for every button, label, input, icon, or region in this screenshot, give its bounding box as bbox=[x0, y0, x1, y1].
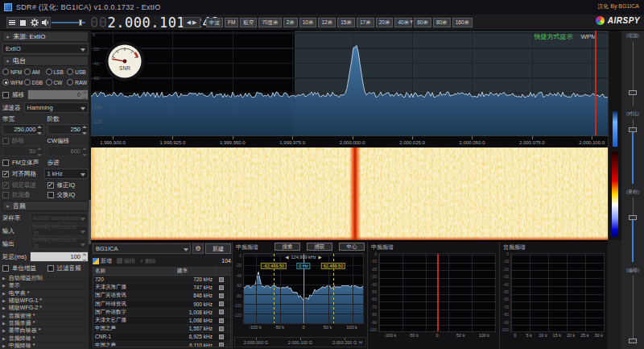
profile-select[interactable]: BG1ICA bbox=[93, 243, 191, 254]
station-row[interactable]: 天津文艺广播1,098 kHz bbox=[93, 317, 230, 325]
slider-track[interactable] bbox=[633, 41, 634, 106]
mode-option-cw[interactable]: CW bbox=[46, 78, 68, 86]
shift-checkbox[interactable] bbox=[2, 92, 9, 98]
latency-input[interactable]: 100 bbox=[30, 251, 89, 262]
if-zoom-button[interactable]: 搜索 bbox=[275, 243, 300, 251]
radio-section-header[interactable]: ▼电台 bbox=[2, 56, 89, 66]
settings-button[interactable] bbox=[29, 17, 39, 28]
audio-spectrum-plot[interactable] bbox=[510, 253, 605, 332]
delete-button[interactable]: ×删除 bbox=[140, 257, 156, 265]
anti-alias-checkbox[interactable] bbox=[2, 192, 9, 198]
stop-button[interactable] bbox=[18, 17, 28, 28]
volume-slider[interactable] bbox=[52, 22, 85, 23]
mode-option-raw[interactable]: RAW bbox=[67, 78, 89, 86]
band-button[interactable]: 60米 bbox=[414, 18, 431, 27]
band-overflow-arrow[interactable]: ▼ bbox=[409, 19, 414, 24]
step-select[interactable]: 1 kHz bbox=[44, 168, 89, 179]
correct-iq-checkbox[interactable] bbox=[47, 182, 54, 189]
station-checkbox[interactable] bbox=[219, 310, 224, 314]
band-button[interactable]: 20米 bbox=[376, 18, 394, 27]
band-button[interactable]: 2米 bbox=[283, 18, 298, 27]
if-zoom-button[interactable]: 中心 bbox=[339, 243, 365, 251]
audio-section-header[interactable]: ▼音频 bbox=[2, 201, 89, 211]
band-button[interactable]: 航空 bbox=[240, 18, 257, 27]
bandwidth-input[interactable]: 250,000 bbox=[2, 124, 44, 135]
frequency-axis[interactable]: 1,999,900.01,999,925.01,999,950.01,999,9… bbox=[91, 135, 608, 147]
new-entry-button[interactable]: 新建 bbox=[205, 243, 231, 254]
band-button[interactable]: 12米 bbox=[318, 18, 336, 27]
band-button[interactable]: 15米 bbox=[337, 18, 355, 27]
mode-option-nfm[interactable]: NFM bbox=[2, 68, 24, 76]
band-button[interactable]: 70厘米 bbox=[258, 18, 281, 27]
snap-checkbox[interactable] bbox=[2, 171, 9, 177]
station-row[interactable]: 天津滨海广播747 kHz bbox=[93, 284, 230, 292]
band-button[interactable]: 中波 bbox=[206, 18, 223, 27]
if-zoom-button[interactable]: 捕获 bbox=[307, 243, 332, 251]
volume-slider-handle[interactable] bbox=[79, 19, 82, 26]
station-row[interactable]: 中国之声6,110 kHz bbox=[93, 342, 230, 348]
band-button[interactable]: FM bbox=[225, 18, 238, 27]
filter-select[interactable]: Hamming bbox=[24, 102, 89, 113]
waterfall-display[interactable] bbox=[91, 147, 608, 240]
spinner-arrows-icon[interactable] bbox=[81, 253, 87, 262]
add-button[interactable]: 新增 bbox=[93, 257, 112, 265]
tuning-frequency-line[interactable] bbox=[595, 31, 597, 135]
source-section-header[interactable]: ▼来源: ExtIO bbox=[2, 31, 89, 42]
edit-button[interactable]: 编辑 bbox=[117, 257, 135, 265]
mode-option-am[interactable]: AM bbox=[24, 68, 46, 76]
samplerate-select[interactable]: 48000 sample/sec bbox=[30, 213, 89, 223]
filter-audio-checkbox[interactable] bbox=[47, 265, 54, 272]
station-row[interactable]: 中国之声1,557 kHz bbox=[93, 325, 230, 333]
profile-settings-button[interactable]: ⚙ bbox=[192, 243, 204, 254]
if-zoom-plot[interactable]: ◀ 124,999 kHz ▶ -62,499.50 62,499.50 0 H… bbox=[243, 253, 364, 324]
station-checkbox[interactable] bbox=[219, 285, 224, 290]
lock-carrier-checkbox[interactable] bbox=[2, 182, 9, 189]
station-checkbox[interactable] bbox=[219, 334, 224, 339]
slider-track[interactable] bbox=[633, 276, 634, 343]
station-row[interactable]: 国广英语资讯846 kHz bbox=[93, 292, 230, 300]
spinner-arrows-icon[interactable] bbox=[81, 147, 87, 156]
audio-input-select[interactable]: [MME] Microsoft 声… bbox=[30, 226, 89, 236]
slider-handle[interactable] bbox=[629, 90, 637, 95]
squelch-checkbox[interactable] bbox=[2, 138, 9, 144]
source-device-select[interactable]: ExtIO bbox=[2, 44, 89, 54]
station-row[interactable]: 国广外语数字1,008 kHz bbox=[93, 309, 230, 317]
if-zoom-frequency-bar[interactable]: H 2.000.000 G2.000.100 G2.000.200 G bbox=[234, 337, 366, 347]
squelch-input[interactable]: 50 bbox=[2, 146, 44, 156]
station-row[interactable]: 国广环球资讯900 kHz bbox=[93, 301, 230, 309]
band-button[interactable]: 10米 bbox=[299, 18, 317, 27]
station-checkbox[interactable] bbox=[219, 326, 224, 331]
swap-iq-checkbox[interactable] bbox=[47, 192, 54, 198]
tune-step-buttons[interactable]: ◀ ▶ bbox=[183, 17, 200, 28]
station-checkbox[interactable] bbox=[219, 301, 224, 306]
mode-option-dsb[interactable]: DSB bbox=[24, 78, 46, 86]
slider-handle[interactable] bbox=[629, 215, 637, 220]
fm-stereo-checkbox[interactable] bbox=[2, 160, 9, 166]
station-checkbox[interactable] bbox=[219, 318, 224, 323]
mode-option-lsb[interactable]: LSB bbox=[46, 68, 68, 76]
slider-handle[interactable] bbox=[629, 339, 637, 343]
slider-handle[interactable] bbox=[629, 127, 637, 132]
sidebar-collapsed-section[interactable]: ▶中频降噪 * bbox=[2, 343, 89, 349]
if-spectrum-plot[interactable] bbox=[378, 253, 496, 332]
audio-output-select[interactable]: [MME] Microsoft 声… bbox=[30, 239, 89, 249]
spinner-arrows-icon[interactable] bbox=[81, 126, 87, 135]
audio-mute-button[interactable] bbox=[40, 17, 51, 28]
station-table-header[interactable]: 名称 频率 bbox=[93, 268, 230, 276]
spinner-arrows-icon[interactable] bbox=[37, 126, 43, 135]
rf-spectrum-display[interactable]: 0-20-40-60-80-100-120 SNR 快捷方式提示 WPM bbox=[91, 31, 608, 135]
shift-input[interactable]: 0 bbox=[27, 89, 89, 100]
station-row[interactable]: CNR-16,925 kHz bbox=[93, 333, 230, 341]
unity-gain-checkbox[interactable] bbox=[2, 265, 9, 272]
spinner-arrows-icon[interactable] bbox=[37, 147, 43, 156]
band-button[interactable]: 160米 bbox=[452, 18, 473, 27]
spinner-arrows-icon[interactable] bbox=[81, 91, 87, 100]
station-row[interactable]: 720720 kHz bbox=[93, 276, 230, 284]
cw-shift-input[interactable]: 600 bbox=[47, 146, 89, 156]
band-button[interactable]: 17米 bbox=[357, 18, 374, 27]
mode-option-wfm[interactable]: WFM bbox=[2, 78, 24, 86]
station-checkbox[interactable] bbox=[219, 343, 224, 347]
mode-option-usb[interactable]: USB bbox=[67, 68, 89, 76]
band-button[interactable]: 80米 bbox=[433, 18, 451, 27]
menu-button[interactable] bbox=[6, 17, 17, 28]
